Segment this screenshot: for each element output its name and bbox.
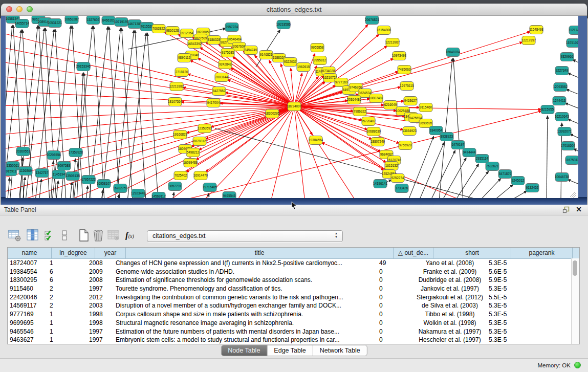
table-cell: 0 (377, 327, 413, 336)
table-cell: Hescheler et al. (1997) (413, 336, 487, 344)
create-column-icon[interactable] (77, 228, 91, 243)
column-header-pagerank[interactable]: pagerank (511, 248, 573, 258)
network-node-label: 7625402 (175, 173, 187, 177)
table-row[interactable]: 1830029562008Estimation of significance … (8, 276, 579, 285)
network-node-label: 9463627 (404, 99, 417, 102)
table-cell: Jankovic et al. (1997) (413, 285, 487, 293)
tab-network-table[interactable]: Network Table (313, 345, 367, 356)
network-node-label: 12213382 (169, 84, 184, 88)
table-panel: Table Panel ✕ (0, 205, 588, 358)
table-cell: 5.3E-5 (487, 285, 544, 293)
network-node-label: 1342757 (36, 171, 49, 174)
network-node-label: 14569117 (151, 194, 166, 198)
delete-columns-icon[interactable] (91, 228, 105, 243)
canvas-resize-grip-icon[interactable] (570, 192, 576, 198)
table-cell: Genome-wide association studies in ADHD. (114, 268, 377, 276)
table-body: 1872400712008Changes of HCN gene express… (8, 259, 579, 344)
network-node-label: 11548498 (529, 28, 543, 31)
table-row[interactable]: 977716911998Corpus callosum shape and si… (8, 310, 579, 319)
network-node-label: 16958107 (97, 182, 112, 185)
table-cell: Tourette syndrome. Phenomenology and cla… (114, 285, 377, 293)
tab-node-table[interactable]: Node Table (221, 345, 267, 356)
network-node-label: 16648784 (446, 50, 461, 54)
network-node-label: 9097588 (58, 164, 71, 167)
column-header-in-degree[interactable]: in_degree (52, 248, 95, 258)
table-tabs: Node TableEdge TableNetwork Table (221, 345, 367, 356)
select-all-columns-icon[interactable] (43, 228, 57, 243)
column-header-year[interactable]: year (95, 248, 126, 258)
memory-status-indicator-icon (574, 362, 581, 368)
column-header-short[interactable]: short (433, 248, 511, 258)
network-node-label: 16210643 (555, 115, 570, 118)
network-node-label: 7986322 (354, 110, 366, 113)
table-scrollbar[interactable] (571, 258, 579, 344)
network-node-label: 17359928 (69, 150, 83, 154)
column-header-name[interactable]: name (8, 248, 52, 258)
show-columns-icon[interactable] (26, 228, 40, 243)
tab-edge-table[interactable]: Edge Table (267, 345, 313, 356)
table-settings-icon[interactable] (8, 228, 22, 243)
table-cell: 14569117 (8, 301, 48, 310)
table-row[interactable]: 1456911722003Disruption of a novel membe… (8, 301, 579, 310)
network-node-label: 17957223 (81, 178, 96, 181)
network-graph[interactable]: 1658134114055714986257020891406205312211… (6, 16, 578, 198)
table-select-dropdown[interactable]: citations_edges.txt ▲▼ (147, 230, 343, 242)
network-node-label: 20206556 (47, 153, 61, 157)
table-cell: 1 (48, 310, 87, 319)
table-row[interactable]: 911546021997Tourette syndrome. Phenomeno… (8, 285, 579, 293)
column-header-title[interactable]: title (126, 248, 394, 258)
table-cell: 19384554 (8, 268, 48, 276)
attribute-table: namein_degreeyeartitle△ out_de...shortpa… (7, 247, 580, 344)
network-node-label: 12213967 (385, 40, 400, 44)
float-panel-icon[interactable] (562, 206, 570, 213)
network-node-label: 16154808 (377, 28, 391, 32)
network-node-label: 9857791 (169, 184, 182, 188)
table-row[interactable]: 946554611997Estimation of the future num… (8, 327, 579, 336)
table-cell: Estimation of significance thresholds fo… (114, 276, 377, 285)
network-node-label: 18300295 (265, 112, 280, 115)
table-row[interactable]: 1872400712008Changes of HCN gene express… (8, 259, 579, 268)
network-node-label: 13654923 (402, 129, 417, 133)
delete-table-icon[interactable] (106, 228, 121, 243)
network-node-label: 19384554 (309, 138, 323, 142)
table-row[interactable]: 946362711997Embryonic stem cells: a mode… (8, 336, 579, 344)
network-node-label: 6466161 (102, 18, 115, 22)
network-node-label: 7957224 (226, 25, 238, 29)
network-node-label: 3624534 (359, 91, 372, 95)
network-view-frame: 1658134114055714986257020891406205312211… (1, 16, 587, 205)
network-node-label: 3915911 (6, 169, 17, 173)
network-node-label: 17016504 (561, 144, 576, 147)
unselect-all-columns-icon[interactable] (57, 228, 72, 243)
table-cell: Franke et al. (2009) (413, 268, 487, 276)
table-row[interactable]: 969969511998Structural magnetic resonanc… (8, 319, 579, 327)
network-canvas[interactable]: 1658134114055714986257020891406205312211… (6, 16, 578, 198)
network-node-label: 2718120 (176, 70, 188, 74)
column-header-out-de-[interactable]: △ out_de... (394, 248, 433, 258)
table-cell: 0 (377, 319, 413, 327)
table-cell: 9699695 (8, 319, 48, 327)
table-row[interactable]: 1938455462009Genome-wide association stu… (8, 268, 579, 276)
table-cell: 2 (48, 301, 87, 310)
table-row[interactable]: 2242004622012Investigating the contribut… (8, 293, 579, 302)
network-node-label: 2067608 (233, 45, 246, 48)
window-titlebar[interactable]: citations_edges.txt (1, 4, 587, 16)
function-builder-icon[interactable]: f(x) (125, 230, 140, 245)
network-node-label: 12923448 (131, 191, 146, 195)
table-cell: Estimation of the future numbers of pati… (114, 327, 377, 336)
window-title: citations_edges.txt (1, 6, 587, 13)
table-cell: 18724007 (8, 259, 48, 268)
network-node-label: 1733426 (396, 186, 408, 190)
dropdown-stepper-icon: ▲▼ (335, 232, 338, 239)
close-panel-icon[interactable]: ✕ (576, 205, 582, 213)
network-node-label: 1840954 (430, 128, 443, 132)
table-cell: 9115460 (8, 285, 48, 293)
table-scrollbar-thumb[interactable] (573, 260, 577, 276)
network-node-label: 10688639 (366, 129, 381, 133)
network-node-label: 8938923 (441, 135, 453, 138)
table-cell: 2 (48, 293, 87, 302)
network-node-label: 8427552 (213, 89, 226, 93)
table-cell: 1998 (87, 319, 114, 327)
network-node-label: 11675312 (565, 158, 578, 162)
network-node-label: 9474444 (463, 150, 476, 154)
network-node-label: 10719195 (114, 20, 129, 24)
